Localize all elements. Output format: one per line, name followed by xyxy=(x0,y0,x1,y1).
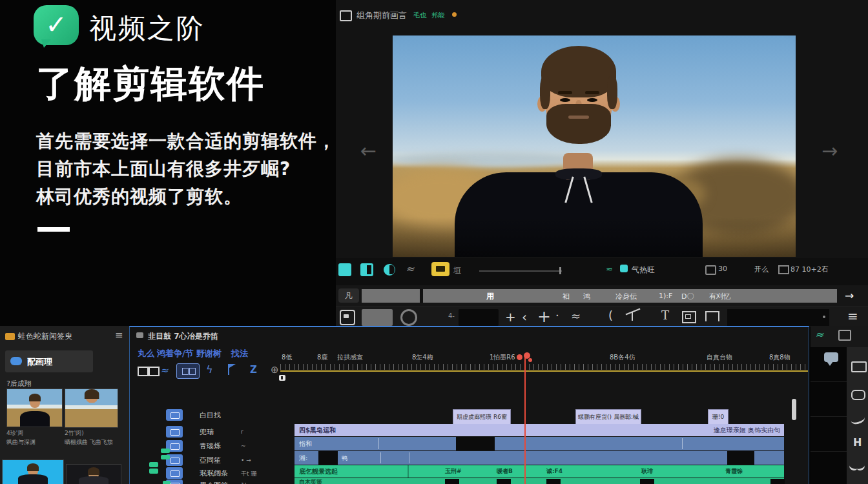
timecode-box[interactable] xyxy=(459,309,499,326)
effects-next-arrow-icon[interactable]: → xyxy=(845,289,854,302)
gear-icon[interactable]: ⊕ xyxy=(271,364,279,376)
zoom-slider[interactable] xyxy=(479,270,562,272)
selected-tool-button[interactable] xyxy=(176,363,200,379)
caption-label: 垣 xyxy=(453,265,461,276)
track-enable-indicator[interactable] xyxy=(161,455,170,459)
clip-cut-line xyxy=(380,452,381,463)
add-icon[interactable]: + xyxy=(505,309,516,325)
clip-blue-2[interactable]: 湘: 鸭 xyxy=(294,451,784,465)
value-box[interactable] xyxy=(727,309,829,326)
window-icon[interactable] xyxy=(340,10,352,21)
track-enable-indicator[interactable] xyxy=(149,469,158,474)
view-toggle2-icon[interactable] xyxy=(149,367,160,376)
tab-timeline-1[interactable]: 鸿着争/节 xyxy=(157,348,194,359)
folder-icon xyxy=(5,333,15,340)
clip-keyframe-block xyxy=(445,479,459,484)
clip-chip[interactable] xyxy=(279,375,285,381)
tab-timeline-3[interactable]: 找法 xyxy=(231,348,248,359)
zoom-slider-handle[interactable] xyxy=(559,267,561,274)
next-arrow-icon[interactable]: → xyxy=(822,139,838,162)
media-thumbnail[interactable] xyxy=(2,459,64,484)
prev-arrow-icon[interactable]: ← xyxy=(360,139,377,162)
swoosh-icon[interactable] xyxy=(849,412,865,425)
track-suffix: 干t 珊 xyxy=(241,470,256,478)
mini-label: 4- xyxy=(448,312,455,319)
color-swatch[interactable] xyxy=(362,309,393,326)
tab-timeline-0[interactable]: 丸么 xyxy=(138,348,154,359)
track-suffix: ~ xyxy=(241,443,246,449)
curve-tool-icon[interactable]: ≈ xyxy=(160,365,169,376)
video-preview[interactable] xyxy=(393,35,796,257)
clip-chip-dot xyxy=(281,376,283,379)
signature-icon[interactable]: ≈ xyxy=(815,328,823,341)
circle-tool-icon[interactable] xyxy=(400,309,417,326)
track-enable-indicator[interactable] xyxy=(163,481,170,484)
notes-panel[interactable] xyxy=(811,347,847,484)
picture-in-picture-icon[interactable] xyxy=(682,311,696,323)
check-icon: ✓ xyxy=(34,5,79,45)
profile-icon[interactable] xyxy=(384,264,395,276)
cloud-icon xyxy=(10,357,22,365)
frame-tool-icon[interactable] xyxy=(340,310,355,325)
track-label: 亞同笙 xyxy=(200,456,221,465)
mask-tool-icon[interactable] xyxy=(705,311,719,321)
clip-label: 底乞靓景选起 xyxy=(299,467,338,476)
timeline-scrollbar[interactable] xyxy=(792,399,796,420)
keyboard-icon[interactable] xyxy=(851,361,867,372)
view-toggle-icon[interactable] xyxy=(138,367,149,376)
clip-blue-1[interactable]: 指和 xyxy=(294,437,784,450)
layout-icon[interactable] xyxy=(338,263,351,276)
hero-dash xyxy=(37,227,70,232)
profile-icon-inner xyxy=(389,265,395,274)
marker-square-icon[interactable] xyxy=(620,265,628,272)
track-icon[interactable] xyxy=(166,409,183,421)
add-track-icon[interactable]: + xyxy=(537,307,551,326)
pill-icon[interactable] xyxy=(851,390,865,400)
effects-seg-label: 衵 xyxy=(563,292,570,301)
playhead-line[interactable] xyxy=(524,354,526,484)
camera-icon[interactable] xyxy=(778,265,789,274)
grid-icon[interactable] xyxy=(705,265,716,275)
dot-icon[interactable]: · xyxy=(555,308,559,322)
clip-green-1[interactable]: 底乞靓景选起 玉刑# 嗳者B 诚:F4 耿琲 青霞馀 xyxy=(294,465,784,478)
stand-tool-icon[interactable] xyxy=(625,308,640,316)
caption-bubble-icon[interactable] xyxy=(431,262,450,276)
effects-strip[interactable]: 用 衵 鸿 冷身伝 1):F D〇 有刈忆 xyxy=(362,289,837,303)
curves-icon[interactable]: ≈ xyxy=(406,263,414,275)
sawhorse-icon[interactable]: H xyxy=(853,436,862,449)
clip-cut-line xyxy=(409,452,409,463)
tab-timeline-2[interactable]: 野谢树 xyxy=(196,348,222,359)
clapper-icon[interactable] xyxy=(838,330,851,341)
track-icon[interactable] xyxy=(166,467,183,479)
z-tool-icon[interactable]: Z xyxy=(250,364,257,376)
media-thumbnail[interactable] xyxy=(66,464,121,484)
track-enable-indicator[interactable] xyxy=(149,462,158,467)
compare-icon[interactable]: ≈ xyxy=(606,264,613,274)
clip-marker-label: 诚:F4 xyxy=(546,467,563,476)
editor-tag: 邦能 xyxy=(431,11,444,20)
clip-lavender[interactable]: 四$黑皂运和 逢息璟亲姬 奥饰实由句 xyxy=(294,424,784,436)
playhead-marker[interactable] xyxy=(528,358,532,362)
frame-tool-inner xyxy=(344,314,349,318)
menu-icon[interactable]: ≡ xyxy=(847,308,858,324)
track-enable-indicator[interactable] xyxy=(161,449,170,453)
text-tool-icon[interactable]: T xyxy=(661,308,669,322)
waves-icon[interactable]: ≈ xyxy=(571,309,581,323)
chevron-left-icon[interactable]: ‹ xyxy=(522,309,527,325)
playhead-marker[interactable] xyxy=(517,354,522,360)
split-view-icon[interactable] xyxy=(360,263,373,276)
clip-small-label: 鸭 xyxy=(342,454,347,463)
fx-icon[interactable]: 凡 xyxy=(338,288,359,303)
lightning-icon[interactable]: ϟ xyxy=(206,363,213,376)
effects-seg-label: 用 xyxy=(486,291,494,302)
media-thumbnail[interactable] xyxy=(65,388,118,428)
selected-tool-glyph xyxy=(182,368,189,375)
media-selected-item[interactable]: 配画理 xyxy=(5,350,93,372)
track-icon[interactable] xyxy=(166,426,183,438)
media-thumbnail[interactable] xyxy=(6,388,63,427)
clip-green-2[interactable]: 自木笶策 xyxy=(294,478,784,484)
bracket-tool-icon[interactable]: ( xyxy=(608,308,613,322)
media-menu-icon[interactable]: ≡ xyxy=(115,329,123,341)
timeline-ruler[interactable] xyxy=(280,364,808,370)
track-label: 里余图策 xyxy=(200,481,228,484)
